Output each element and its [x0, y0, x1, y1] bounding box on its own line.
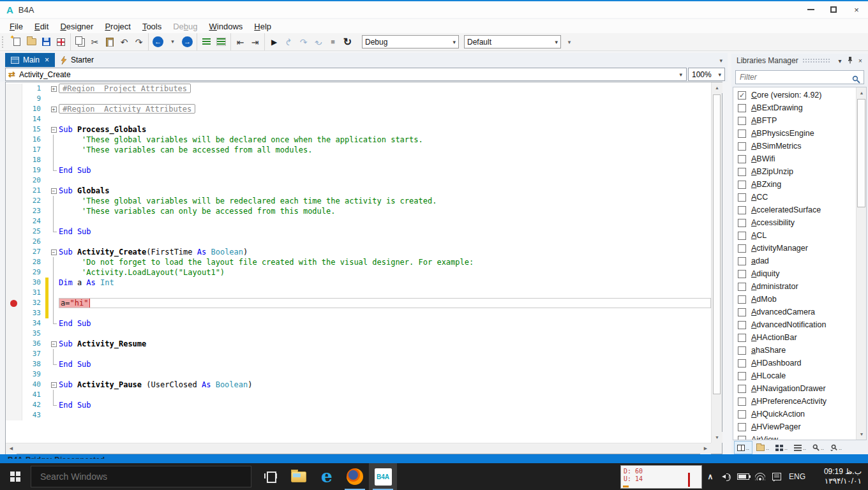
- fold-margin[interactable]: +: [49, 104, 59, 114]
- library-checkbox[interactable]: [738, 232, 746, 240]
- breakpoint-margin[interactable]: [6, 114, 22, 124]
- editor-vertical-scrollbar[interactable]: ▲ ▼: [711, 82, 722, 443]
- code-line-41[interactable]: 41: [6, 390, 711, 400]
- editor-zoom-dropdown[interactable]: 100% ▾: [688, 68, 725, 81]
- library-checkbox[interactable]: [738, 117, 746, 125]
- code-text[interactable]: End Sub: [59, 165, 711, 175]
- menu-windows[interactable]: Windows: [204, 20, 249, 33]
- sub-selector-dropdown[interactable]: ⇄ Activity_Create ▾: [5, 68, 687, 81]
- menu-edit[interactable]: Edit: [29, 20, 54, 33]
- code-line-10[interactable]: 10+#Region Activity Attributes: [6, 104, 711, 114]
- code-line-25[interactable]: 25End Sub: [6, 226, 711, 237]
- breakpoint-margin[interactable]: [6, 226, 22, 237]
- code-line-24[interactable]: 24: [6, 216, 711, 226]
- library-item-ahviewpager[interactable]: AHViewPager: [733, 420, 856, 433]
- code-line-35[interactable]: 35: [6, 329, 711, 339]
- code-text[interactable]: [59, 329, 711, 339]
- code-line-42[interactable]: 42End Sub: [6, 400, 711, 410]
- library-item-absimmetrics[interactable]: ABSimMetrics: [733, 140, 856, 152]
- library-list-scrollbar[interactable]: ▲ ▼: [856, 87, 866, 440]
- library-item-abphysicsengine[interactable]: ABPhysicsEngine: [733, 127, 856, 140]
- menu-file[interactable]: File: [4, 20, 29, 33]
- breakpoint-margin[interactable]: [6, 400, 22, 410]
- library-item-advancednotification[interactable]: AdvancedNotification: [733, 318, 856, 331]
- code-line-16[interactable]: 16 'These global variables will be decla…: [6, 135, 711, 145]
- library-item-advancedcamera[interactable]: AdvancedCamera: [733, 306, 856, 318]
- close-panel-icon[interactable]: ×: [855, 57, 865, 64]
- code-text[interactable]: End Sub: [59, 318, 711, 329]
- search-input[interactable]: [31, 471, 251, 482]
- open-project-button[interactable]: [24, 34, 39, 49]
- breakpoint-margin[interactable]: [6, 349, 22, 359]
- breakpoint-margin[interactable]: [6, 84, 22, 94]
- library-item-core-version-4-92-[interactable]: ✓Core (version: 4.92): [733, 89, 856, 101]
- code-text[interactable]: [59, 94, 711, 104]
- collapse-region-icon[interactable]: −: [51, 188, 57, 194]
- breakpoint-margin[interactable]: [6, 94, 22, 104]
- back-history-dropdown-button[interactable]: ▾: [165, 34, 180, 49]
- library-checkbox[interactable]: [738, 334, 746, 342]
- breakpoint-margin[interactable]: [6, 206, 22, 216]
- fold-margin[interactable]: −: [49, 186, 59, 196]
- code-line-26[interactable]: 26: [6, 237, 711, 247]
- uncomment-button[interactable]: [214, 34, 228, 49]
- expand-region-icon[interactable]: +: [51, 107, 57, 112]
- tab-starter[interactable]: Starter: [55, 53, 100, 67]
- copy-button[interactable]: [73, 34, 87, 49]
- code-text[interactable]: [59, 237, 711, 247]
- breakpoint-margin[interactable]: [6, 165, 22, 175]
- toolbar-overflow-button[interactable]: ▾: [565, 39, 574, 45]
- collapse-region-icon[interactable]: −: [51, 127, 57, 133]
- library-item-ahpreferenceactivity[interactable]: AHPreferenceActivity: [733, 395, 856, 408]
- taskbar-search-box[interactable]: [31, 466, 251, 487]
- library-item-abzxing[interactable]: ABZxing: [733, 178, 856, 191]
- code-line-1[interactable]: 1+#Region Project Attributes: [6, 84, 711, 94]
- menu-project[interactable]: Project: [99, 20, 136, 33]
- stop-button[interactable]: ■: [326, 34, 340, 49]
- redo-button[interactable]: ↷: [131, 34, 146, 49]
- menu-help[interactable]: Help: [248, 20, 277, 33]
- b4a-taskbar-button[interactable]: B4A: [369, 463, 397, 490]
- comment-button[interactable]: [199, 34, 214, 49]
- code-text[interactable]: #Region Activity Attributes: [59, 104, 711, 114]
- breakpoint-margin[interactable]: [6, 329, 22, 339]
- step-into-button[interactable]: ↷: [281, 34, 296, 49]
- scroll-left-icon[interactable]: ◀: [6, 443, 17, 454]
- breakpoint-margin[interactable]: [6, 410, 22, 420]
- close-button[interactable]: ×: [845, 1, 868, 18]
- code-text[interactable]: Sub Activity_Pause (UserClosed As Boolea…: [59, 380, 711, 390]
- library-item-acc[interactable]: ACC: [733, 191, 856, 204]
- panel-tab-modules[interactable]: ..: [773, 441, 790, 454]
- firefox-taskbar-button[interactable]: [341, 463, 369, 490]
- library-checkbox[interactable]: [738, 257, 746, 265]
- code-text[interactable]: Sub Process_Globals: [59, 124, 711, 135]
- breakpoint-margin[interactable]: [6, 247, 22, 257]
- code-text[interactable]: [59, 175, 711, 186]
- library-item-abftp[interactable]: ABFTP: [733, 114, 856, 127]
- code-line-31[interactable]: 31: [6, 288, 711, 298]
- code-text[interactable]: 'These global variables will be redeclar…: [59, 196, 711, 206]
- new-project-button[interactable]: ✦: [10, 34, 24, 49]
- scrollbar-thumb[interactable]: [857, 99, 865, 207]
- code-line-37[interactable]: 37: [6, 349, 711, 359]
- code-text[interactable]: Sub Activity_Create(FirstTime As Boolean…: [59, 247, 711, 257]
- code-text[interactable]: [59, 308, 711, 318]
- battery-icon[interactable]: [735, 473, 752, 480]
- code-lines[interactable]: 1+#Region Project Attributes910+#Region …: [6, 82, 711, 443]
- library-checkbox[interactable]: [738, 436, 746, 440]
- code-editor[interactable]: 1+#Region Project Attributes910+#Region …: [5, 82, 722, 454]
- close-tab-icon[interactable]: ×: [45, 56, 49, 64]
- panel-tab-logs[interactable]: ..: [791, 441, 809, 454]
- library-checkbox[interactable]: [738, 372, 746, 380]
- breakpoint-margin[interactable]: [6, 390, 22, 400]
- code-line-38[interactable]: 38End Sub: [6, 359, 711, 369]
- indent-button[interactable]: ⇥: [248, 34, 262, 49]
- code-text[interactable]: [59, 216, 711, 226]
- code-text[interactable]: [59, 288, 711, 298]
- code-line-34[interactable]: 34End Sub: [6, 318, 711, 329]
- code-line-9[interactable]: 9: [6, 94, 711, 104]
- maximize-button[interactable]: [822, 1, 845, 18]
- library-item-abextdrawing[interactable]: ABExtDrawing: [733, 101, 856, 114]
- file-explorer-taskbar-button[interactable]: [285, 463, 313, 490]
- library-item-ahquickaction[interactable]: AHQuickAction: [733, 408, 856, 420]
